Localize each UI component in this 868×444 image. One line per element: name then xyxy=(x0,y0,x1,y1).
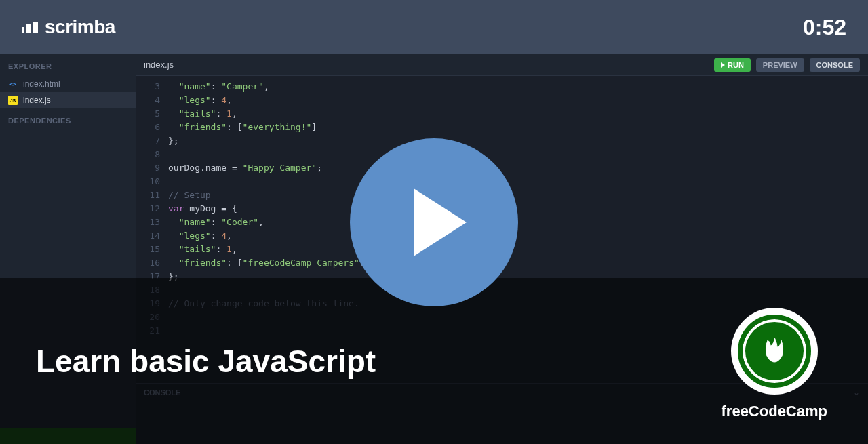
flame-icon xyxy=(761,335,788,367)
logo-text: scrimba xyxy=(45,16,115,38)
play-icon xyxy=(414,188,467,256)
run-label: RUN xyxy=(728,61,744,69)
fcc-logo-circle xyxy=(731,308,818,395)
logo[interactable]: scrimba xyxy=(22,16,115,38)
html-file-icon: <> xyxy=(8,79,18,89)
explorer-heading: EXPLORER xyxy=(0,54,136,76)
file-name: index.js xyxy=(23,96,51,105)
course-title: Learn basic JavaScript xyxy=(36,343,376,380)
file-name: index.html xyxy=(23,79,60,89)
js-file-icon: JS xyxy=(8,96,18,105)
play-icon xyxy=(721,62,725,68)
dependencies-heading: DEPENDENCIES xyxy=(0,108,136,130)
timer: 0:52 xyxy=(803,15,846,40)
header: scrimba 0:52 xyxy=(0,0,868,54)
author-name: freeCodeCamp xyxy=(722,403,827,420)
author-badge[interactable]: freeCodeCamp xyxy=(722,308,827,420)
file-tab[interactable]: index.js xyxy=(144,60,174,70)
preview-button[interactable]: PREVIEW xyxy=(756,58,804,72)
scrimba-logo-icon xyxy=(22,22,38,33)
run-button[interactable]: RUN xyxy=(714,58,751,72)
editor-header: index.js RUN PREVIEW CONSOLE xyxy=(136,54,868,76)
console-button[interactable]: CONSOLE xyxy=(810,58,860,72)
main-play-button[interactable] xyxy=(350,138,518,306)
file-item-index.html[interactable]: <>index.html xyxy=(0,76,136,92)
file-item-index.js[interactable]: JSindex.js xyxy=(0,92,136,108)
